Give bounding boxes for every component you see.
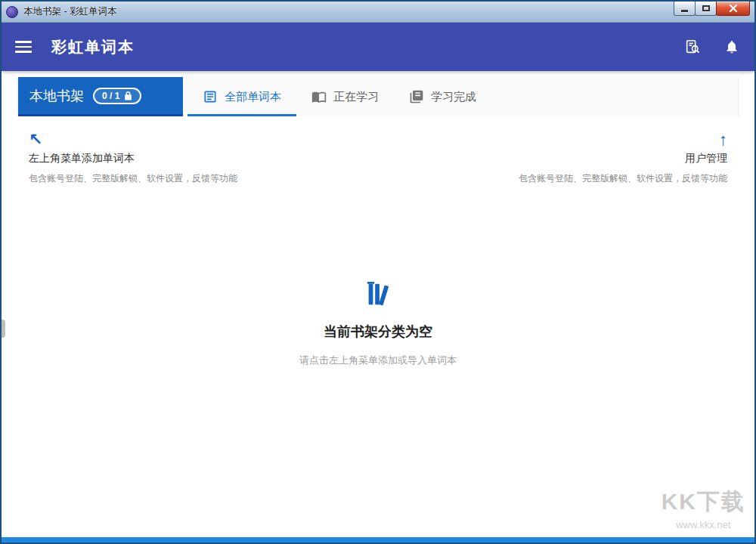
empty-state-title: 当前书架分类为空 [2, 323, 754, 341]
lock-icon [124, 91, 132, 100]
wordbook-icon [203, 89, 218, 104]
user-hint-subtitle: 包含账号登陆、完整版解锁、软件设置，反馈等功能 [519, 172, 727, 185]
hints-row: ↖ 左上角菜单添加单词本 包含账号登陆、完整版解锁、软件设置，反馈等功能 ↑ 用… [2, 116, 754, 185]
minimize-button[interactable] [674, 2, 696, 16]
tab-label: 正在学习 [333, 90, 379, 104]
user-hint-title: 用户管理 [519, 152, 727, 165]
watermark-text: KK下载 [662, 487, 745, 518]
watermark-url: www.kkx.net [662, 519, 745, 530]
left-edge-scroll-handle[interactable] [2, 320, 5, 338]
appbar: 彩虹单词本 [2, 23, 754, 71]
minimize-icon [681, 10, 688, 12]
app-window: 本地书架 - 彩虹单词本 彩虹单词本 [0, 0, 756, 544]
watermark: KK下载 www.kkx.net [662, 487, 745, 530]
notifications-button[interactable] [723, 38, 741, 56]
open-book-icon [311, 89, 327, 104]
empty-state: 当前书架分类为空 请点击左上角菜单添加或导入单词本 [2, 280, 754, 367]
search-document-icon [684, 39, 701, 55]
shelf-count-value: 0 / 1 [102, 91, 119, 101]
hamburger-icon [15, 41, 32, 43]
app-title: 彩虹单词本 [51, 37, 135, 57]
window-title: 本地书架 - 彩虹单词本 [23, 5, 117, 18]
empty-state-subtitle: 请点击左上角菜单添加或导入单词本 [2, 354, 754, 367]
tab-all-wordbooks[interactable]: 全部单词本 [187, 77, 296, 116]
tab-label: 全部单词本 [225, 90, 281, 104]
maximize-button[interactable] [695, 2, 717, 16]
library-books-icon [361, 280, 395, 309]
tab-label: 学习完成 [431, 90, 476, 104]
close-icon [729, 4, 738, 13]
titlebar: 本地书架 - 彩虹单词本 [2, 2, 754, 23]
main-content: ↖ 左上角菜单添加单词本 包含账号登陆、完整版解锁、软件设置，反馈等功能 ↑ 用… [2, 116, 754, 367]
menu-hint-subtitle: 包含账号登陆、完整版解锁、软件设置，反馈等功能 [29, 172, 237, 185]
appbar-actions [683, 38, 741, 56]
tab-completed[interactable]: 学习完成 [394, 77, 491, 116]
shelf-tab-local[interactable]: 本地书架 0 / 1 [18, 77, 183, 116]
maximize-icon [702, 5, 710, 11]
bottom-accent-bar [2, 537, 754, 542]
window-controls [674, 2, 750, 16]
search-button[interactable] [683, 38, 702, 56]
tab-learning[interactable]: 正在学习 [296, 77, 394, 116]
tabrow: 本地书架 0 / 1 全部单词本 [18, 77, 738, 116]
user-hint: ↑ 用户管理 包含账号登陆、完整版解锁、软件设置，反馈等功能 [519, 131, 727, 185]
tabs: 全部单词本 正在学习 学习完成 [183, 77, 738, 116]
menu-button[interactable] [15, 41, 32, 53]
books-stack-icon [409, 89, 424, 104]
bell-icon [724, 39, 739, 54]
tabrow-wrap: 本地书架 0 / 1 全部单词本 [2, 71, 754, 116]
close-button[interactable] [716, 2, 750, 16]
shelf-tab-label: 本地书架 [29, 87, 84, 105]
arrow-up-left-icon: ↖ [29, 131, 237, 148]
menu-hint-title: 左上角菜单添加单词本 [29, 152, 237, 165]
app-icon [6, 6, 18, 18]
arrow-up-icon: ↑ [519, 131, 727, 148]
shelf-count-badge: 0 / 1 [93, 88, 141, 104]
menu-hint: ↖ 左上角菜单添加单词本 包含账号登陆、完整版解锁、软件设置，反馈等功能 [29, 131, 237, 185]
